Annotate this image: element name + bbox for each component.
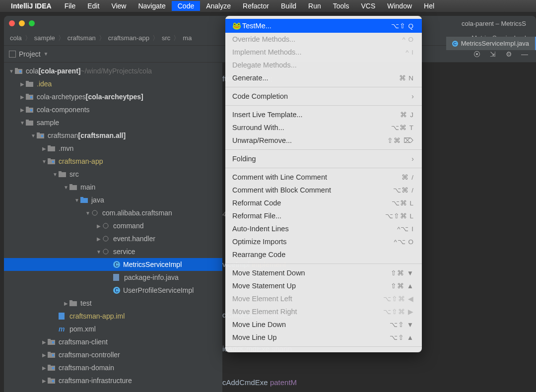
tree-node[interactable]: CMetricsServiceImpl [4, 258, 222, 271]
menu-run[interactable]: Run [302, 1, 327, 11]
svg-rect-10 [30, 109, 32, 111]
locate-icon[interactable]: ⦿ [472, 50, 481, 58]
menu-item-move-line-up[interactable]: Move Line Up⌥⇧ ▲ [225, 331, 422, 344]
menu-analyze[interactable]: Analyze [200, 1, 237, 11]
collapse-icon[interactable]: ▼ [8, 68, 15, 74]
menu-view[interactable]: View [105, 1, 132, 11]
menu-item-surround-with[interactable]: Surround With...⌥⌘ T [225, 121, 422, 134]
menu-item-comment-with-block-comment[interactable]: Comment with Block Comment⌥⌘ / [225, 184, 422, 196]
menu-item-comment-with-line-comment[interactable]: Comment with Line Comment⌘ / [225, 171, 422, 184]
menu-item-folding[interactable]: Folding› [225, 152, 422, 165]
tree-node[interactable]: ▼service [4, 245, 222, 258]
breadcrumb-item[interactable]: craftsman-app [106, 34, 151, 42]
tree-node[interactable]: ▶craftsman-infrastructure [4, 374, 222, 387]
tree-node[interactable]: ▼java [4, 194, 222, 206]
menu-item-label: Surround With... [232, 124, 391, 131]
expand-icon[interactable]: ▶ [41, 339, 48, 345]
expand-icon[interactable]: ▶ [41, 146, 48, 151]
hide-icon[interactable]: — [520, 50, 529, 58]
close-window-button[interactable] [9, 20, 15, 26]
menu-file[interactable]: File [59, 1, 82, 11]
menu-tools[interactable]: Tools [327, 1, 355, 11]
collapse-icon[interactable]: ▼ [73, 197, 80, 203]
tree-node[interactable]: ▶cola-archetypes [cola-archeytpes] [4, 90, 222, 103]
breadcrumb-item[interactable]: sample [32, 34, 57, 42]
gear-icon[interactable]: ⚙ [504, 50, 513, 58]
tree-node[interactable]: ▶.mvn [4, 142, 222, 155]
app-name[interactable]: IntelliJ IDEA [11, 2, 52, 10]
menu-item-reformat-file[interactable]: Reformat File...⌥⇧⌘ L [225, 209, 422, 222]
tree-node[interactable]: ▼cola [cola-parent] ~/wind/MyProjects/co… [4, 65, 222, 77]
menu-refactor[interactable]: Refactor [237, 1, 275, 11]
expand-icon[interactable]: ▶ [41, 352, 48, 358]
menu-window[interactable]: Window [381, 1, 418, 11]
expand-icon[interactable]: ▶ [95, 236, 102, 242]
expand-icon[interactable]: ▶ [41, 378, 48, 384]
menu-item-reformat-code[interactable]: Reformat Code⌥⌘ L [225, 196, 422, 209]
breadcrumb-item[interactable]: cola [8, 34, 24, 42]
project-view-selector[interactable]: Project ▼ [4, 50, 48, 58]
tree-node[interactable]: ▼src [4, 168, 222, 181]
maximize-window-button[interactable] [29, 20, 35, 26]
submenu-arrow-icon: › [411, 92, 414, 100]
menu-item-testme[interactable]: 🐸TestMe...⌥⇧ Q [225, 19, 422, 33]
expand-icon[interactable]: ▶ [19, 94, 26, 100]
collapse-icon[interactable]: ▼ [30, 133, 37, 138]
tree-node[interactable]: ▶.idea [4, 77, 222, 90]
collapse-icon[interactable]: ▼ [63, 185, 69, 190]
tree-node[interactable]: ▶craftsman-domain [4, 361, 222, 374]
menu-item-rearrange-code[interactable]: Rearrange Code [225, 248, 422, 261]
menu-item-insert-live-template[interactable]: Insert Live Template...⌘ J [225, 108, 422, 121]
collapse-icon[interactable]: ▼ [95, 249, 102, 255]
menu-vcs[interactable]: VCS [355, 1, 381, 11]
menu-item-generate[interactable]: Generate...⌘ N [225, 71, 422, 84]
editor-tab[interactable]: C MetricsServiceImpl.java [446, 37, 536, 50]
expand-icon[interactable]: ▶ [95, 223, 102, 229]
tree-node[interactable]: ▶command [4, 219, 222, 232]
tree-label: cola [26, 67, 39, 75]
menu-shortcut: ⇧⌘ ▼ [391, 269, 414, 277]
menu-hel[interactable]: Hel [418, 1, 440, 11]
tree-node[interactable]: ▼com.alibaba.craftsman [4, 206, 222, 219]
collapse-icon[interactable]: ▼ [52, 172, 59, 177]
project-tree[interactable]: ▼cola [cola-parent] ~/wind/MyProjects/co… [4, 63, 222, 392]
expand-icon[interactable]: ▶ [19, 107, 26, 113]
menu-item-optimize-imports[interactable]: Optimize Imports^⌥ O [225, 235, 422, 248]
menu-item-unwrap-remove[interactable]: Unwrap/Remove...⇧⌘ ⌦ [225, 134, 422, 147]
breadcrumb-item[interactable]: craftsman [66, 34, 98, 42]
tree-node[interactable]: CUserProfileServiceImpl [4, 284, 222, 297]
menu-item-move-line-down[interactable]: Move Line Down⌥⇧ ▼ [225, 318, 422, 331]
menu-item-move-statement-down[interactable]: Move Statement Down⇧⌘ ▼ [225, 266, 422, 279]
tree-node[interactable]: ▼main [4, 181, 222, 194]
menu-edit[interactable]: Edit [81, 1, 105, 11]
tree-node[interactable]: craftsman-app.iml [4, 310, 222, 323]
module-folder-icon [48, 364, 56, 371]
expand-icon[interactable]: ▶ [63, 301, 69, 306]
tree-node[interactable]: ▶craftsman-controller [4, 348, 222, 361]
tree-node[interactable]: ▶cola-components [4, 103, 222, 116]
expand-icon[interactable]: ⇲ [488, 50, 497, 58]
expand-icon[interactable]: ▶ [19, 81, 26, 87]
tree-node[interactable]: ▶craftsman-client [4, 335, 222, 348]
collapse-icon[interactable]: ▼ [41, 159, 48, 164]
menu-item-move-statement-up[interactable]: Move Statement Up⇧⌘ ▲ [225, 279, 422, 292]
tree-node[interactable]: ▶test [4, 297, 222, 310]
tree-node[interactable]: package-info.java [4, 271, 222, 284]
breadcrumb-item[interactable]: ma [181, 34, 194, 42]
tree-node[interactable]: mpom.xml [4, 323, 222, 335]
menu-item-auto-indent-lines[interactable]: Auto-Indent Lines^⌥ I [225, 222, 422, 235]
tree-node[interactable]: ▶event.handler [4, 232, 222, 245]
menu-code[interactable]: Code [172, 1, 200, 11]
menu-item-code-completion[interactable]: Code Completion› [225, 90, 422, 103]
tree-node[interactable]: ▼craftsman-app [4, 155, 222, 168]
minimize-window-button[interactable] [19, 20, 25, 26]
breadcrumb-item[interactable]: src [160, 34, 172, 42]
collapse-icon[interactable]: ▼ [19, 120, 26, 126]
collapse-icon[interactable]: ▼ [84, 210, 91, 216]
tree-node[interactable]: ▼sample [4, 116, 222, 129]
package-icon [102, 248, 110, 255]
expand-icon[interactable]: ▶ [41, 365, 48, 371]
menu-navigate[interactable]: Navigate [132, 1, 171, 11]
menu-build[interactable]: Build [275, 1, 302, 11]
tree-node[interactable]: ▼craftsman [craftsman.all] [4, 129, 222, 142]
